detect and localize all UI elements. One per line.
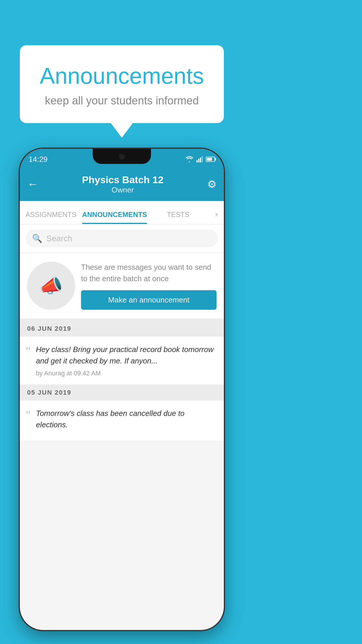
speech-bubble-arrow [111, 123, 133, 138]
announcement-content-2: Tomorrow's class has been cancelled due … [36, 408, 218, 433]
announcement-item-1[interactable]: " Hey class! Bring your practical record… [20, 337, 224, 385]
front-camera [119, 153, 125, 160]
svg-rect-3 [202, 156, 203, 162]
search-bar[interactable]: 🔍 Search [26, 230, 218, 247]
battery-fill [207, 158, 212, 161]
back-button[interactable]: ← [27, 178, 38, 190]
megaphone-icon: 📣 [39, 275, 63, 297]
promo-description: These are messages you want to send to t… [81, 262, 217, 284]
date-separator-1: 06 JUN 2019 [20, 321, 224, 337]
svg-rect-1 [198, 159, 199, 162]
quote-icon-1: " [26, 345, 31, 358]
tab-more[interactable]: › [209, 209, 224, 224]
speech-bubble: Announcements keep all your students inf… [20, 45, 224, 123]
phone-screen: 14:29 [20, 149, 224, 630]
promo-block: 📣 These are messages you want to send to… [20, 253, 224, 321]
app-header: ← Physics Batch 12 Owner ⚙ [20, 167, 224, 201]
wifi-icon [185, 156, 194, 162]
header-title: Physics Batch 12 [82, 174, 164, 186]
header-title-group: Physics Batch 12 Owner [82, 174, 164, 195]
header-subtitle: Owner [82, 186, 164, 195]
search-container: 🔍 Search [20, 224, 224, 253]
promo-icon-circle: 📣 [27, 262, 75, 310]
tab-tests[interactable]: TESTS [147, 211, 209, 224]
speech-bubble-title: Announcements [34, 63, 209, 89]
status-icons [185, 156, 215, 162]
announcement-meta-1: by Anurag at 09:42 AM [36, 370, 218, 377]
announcement-content-1: Hey class! Bring your practical record b… [36, 344, 218, 377]
phone-frame: 14:29 [20, 149, 224, 630]
announcement-item-2[interactable]: " Tomorrow's class has been cancelled du… [20, 400, 224, 441]
svg-rect-0 [196, 160, 198, 162]
tab-announcements[interactable]: ANNOUNCEMENTS [82, 211, 147, 224]
signal-icon [196, 156, 203, 162]
tab-assignments[interactable]: ASSIGNMENTS [20, 211, 82, 224]
announcement-text-1: Hey class! Bring your practical record b… [36, 344, 218, 367]
battery-icon [206, 157, 215, 162]
status-time: 14:29 [29, 155, 48, 164]
search-placeholder: Search [46, 234, 72, 243]
phone-notch [93, 149, 151, 164]
battery-tip [215, 158, 216, 160]
quote-icon-2: " [26, 409, 31, 421]
promo-content: These are messages you want to send to t… [81, 262, 217, 310]
search-icon: 🔍 [32, 234, 42, 243]
announcement-text-2: Tomorrow's class has been cancelled due … [36, 408, 218, 430]
tabs-bar: ASSIGNMENTS ANNOUNCEMENTS TESTS › [20, 201, 224, 224]
date-separator-2: 05 JUN 2019 [20, 385, 224, 400]
make-announcement-button[interactable]: Make an announcement [81, 290, 217, 310]
gear-icon[interactable]: ⚙ [207, 178, 217, 190]
speech-bubble-subtitle: keep all your students informed [34, 94, 209, 107]
speech-bubble-container: Announcements keep all your students inf… [20, 45, 224, 138]
svg-rect-2 [200, 158, 201, 162]
